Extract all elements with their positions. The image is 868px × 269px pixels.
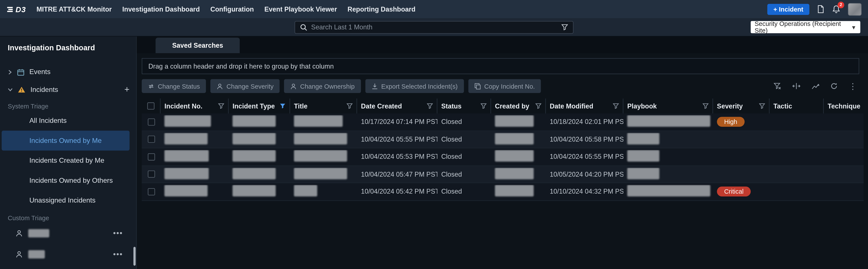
chart-icon[interactable]: [812, 83, 819, 89]
sidebar-scrollbar[interactable]: [133, 247, 135, 266]
filter-funnel-icon[interactable]: [535, 103, 541, 109]
col-header-date-modified[interactable]: Date Modified: [546, 98, 623, 113]
nav-reporting-dashboard[interactable]: Reporting Dashboard: [347, 5, 415, 13]
notifications-bell-icon[interactable]: 2: [832, 5, 840, 14]
filter-funnel-icon[interactable]: [427, 103, 433, 109]
col-header-tactic[interactable]: Tactic: [770, 98, 824, 113]
filter-funnel-icon[interactable]: [613, 103, 619, 109]
sidebar-item-unassigned-incidents[interactable]: Unassigned Incidents: [2, 190, 130, 210]
system-triage-label: System Triage: [0, 103, 136, 109]
table-header-row: Incident No. Incident Type Title Date Cr…: [142, 98, 863, 113]
custom-triage-item[interactable]: •••: [0, 243, 136, 265]
clear-filters-icon[interactable]: [773, 82, 781, 90]
row-checkbox[interactable]: [148, 188, 155, 195]
more-options-icon[interactable]: ⋮: [848, 82, 857, 90]
sidebar-item-incidents-owned-by-me[interactable]: Incidents Owned by Me: [2, 131, 130, 150]
chevron-down-icon[interactable]: [8, 87, 13, 92]
date-created-cell: 10/17/2024 07:14 PM PST: [357, 118, 437, 126]
status-cell: Closed: [437, 135, 491, 143]
redacted-incident-no: [164, 168, 209, 179]
chevron-right-icon[interactable]: [8, 69, 12, 74]
copy-incident-no-button[interactable]: Copy Incident No.: [468, 79, 541, 93]
document-icon[interactable]: [817, 5, 825, 13]
change-status-label: Change Status: [158, 83, 200, 89]
new-incident-button[interactable]: + Incident: [767, 4, 809, 15]
table-row[interactable]: 10/17/2024 07:14 PM PST Closed 10/18/202…: [142, 113, 863, 131]
select-all-checkbox[interactable]: [147, 102, 154, 109]
row-checkbox[interactable]: [148, 171, 155, 178]
redacted-created-by: [495, 115, 534, 127]
redacted-incident-type: [232, 133, 276, 144]
row-checkbox[interactable]: [148, 153, 155, 160]
date-modified-cell: 10/18/2024 02:01 PM PST: [546, 118, 623, 126]
col-header-title[interactable]: Title: [290, 98, 357, 113]
col-label: Playbook: [627, 102, 657, 110]
col-header-date-created[interactable]: Date Created: [357, 98, 437, 113]
table-row[interactable]: 10/04/2024 05:47 PM PST Closed 10/05/202…: [142, 166, 863, 183]
col-header-incident-no[interactable]: Incident No.: [161, 98, 229, 113]
chevron-down-icon: ▼: [851, 24, 857, 30]
change-severity-label: Change Severity: [226, 83, 274, 89]
search-input[interactable]: [311, 23, 558, 31]
nav-investigation-dashboard[interactable]: Investigation Dashboard: [122, 5, 200, 13]
group-by-drop-zone[interactable]: Drag a column header and drop it here to…: [142, 58, 859, 74]
warning-icon: [18, 86, 26, 93]
change-status-button[interactable]: Change Status: [142, 79, 206, 93]
refresh-icon[interactable]: [830, 82, 837, 90]
filter-funnel-icon[interactable]: [480, 103, 487, 109]
col-header-incident-type[interactable]: Incident Type: [228, 98, 290, 113]
item-menu-icon[interactable]: •••: [113, 229, 123, 237]
redacted-created-by: [495, 133, 534, 144]
redacted-playbook: [627, 115, 710, 127]
status-cell: Closed: [437, 118, 491, 126]
redacted-incident-type: [232, 185, 276, 197]
sidebar-item-incidents[interactable]: Incidents +: [0, 81, 136, 98]
change-severity-button[interactable]: Change Severity: [211, 79, 280, 93]
change-ownership-label: Change Ownership: [300, 83, 355, 89]
change-ownership-button[interactable]: Change Ownership: [284, 79, 361, 93]
row-checkbox[interactable]: [148, 136, 155, 143]
column-resize-icon[interactable]: [792, 82, 801, 90]
sidebar-item-incidents-created-by-me[interactable]: Incidents Created by Me: [2, 150, 130, 170]
col-header-status[interactable]: Status: [437, 98, 491, 113]
nav-configuration[interactable]: Configuration: [210, 5, 254, 13]
nav-mitre-attack-monitor[interactable]: MITRE ATT&CK Monitor: [36, 5, 112, 13]
row-checkbox[interactable]: [148, 118, 155, 126]
item-menu-icon[interactable]: •••: [113, 249, 123, 259]
user-avatar[interactable]: [848, 3, 862, 15]
redacted-playbook: [627, 133, 659, 144]
redacted-created-by: [495, 185, 534, 197]
d3-logo[interactable]: D3: [6, 5, 26, 14]
filter-funnel-icon-active[interactable]: [280, 103, 286, 109]
site-selector-dropdown[interactable]: Security Operations (Recipient Site) ▼: [751, 21, 860, 33]
redacted-incident-type: [232, 150, 276, 162]
table-row[interactable]: 10/04/2024 05:55 PM PST Closed 10/04/202…: [142, 131, 863, 148]
sidebar-item-all-incidents[interactable]: All Incidents: [2, 111, 130, 131]
custom-triage-item[interactable]: •••: [0, 223, 136, 243]
person-icon: [290, 83, 297, 89]
nav-event-playbook-viewer[interactable]: Event Playbook Viewer: [265, 5, 337, 13]
severity-badge: High: [717, 117, 744, 127]
tab-saved-searches[interactable]: Saved Searches: [156, 38, 240, 53]
export-selected-button[interactable]: Export Selected Incident(s): [365, 79, 464, 93]
notification-badge: 2: [838, 1, 844, 8]
col-header-playbook[interactable]: Playbook: [623, 98, 713, 113]
col-label: Incident No.: [164, 102, 203, 110]
table-row[interactable]: 10/04/2024 05:42 PM PST Closed 10/10/202…: [142, 183, 863, 201]
col-header-technique[interactable]: Technique: [824, 98, 864, 113]
date-modified-cell: 10/04/2024 05:55 PM PST: [546, 153, 623, 161]
table-row[interactable]: 10/04/2024 05:53 PM PST Closed 10/04/202…: [142, 148, 863, 166]
add-triage-button[interactable]: +: [124, 85, 130, 94]
tab-bar: Saved Searches: [137, 37, 868, 53]
col-header-created-by[interactable]: Created by: [491, 98, 546, 113]
filter-funnel-icon[interactable]: [218, 103, 224, 109]
search-filter-icon[interactable]: [561, 24, 568, 30]
redacted-incident-no: [164, 150, 209, 162]
sidebar-item-incidents-owned-by-others[interactable]: Incidents Owned by Others: [2, 171, 130, 190]
app-window: D3 MITRE ATT&CK Monitor Investigation Da…: [0, 0, 868, 269]
filter-funnel-icon[interactable]: [759, 103, 765, 109]
sidebar-item-events[interactable]: Events: [0, 63, 136, 81]
col-header-severity[interactable]: Severity: [713, 98, 770, 113]
filter-funnel-icon[interactable]: [347, 103, 353, 109]
filter-funnel-icon[interactable]: [703, 103, 709, 109]
